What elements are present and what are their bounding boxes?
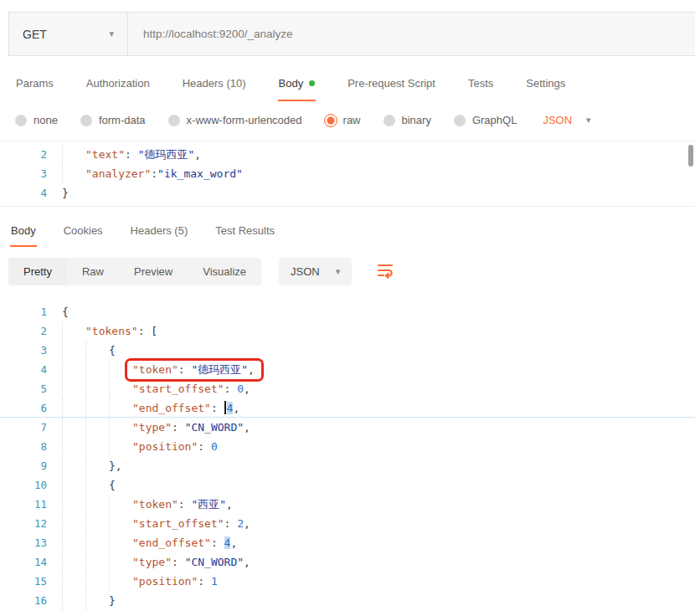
code-token: "德玛西亚" bbox=[191, 362, 248, 377]
code-token: : bbox=[224, 382, 238, 395]
code-token: "德玛西亚" bbox=[138, 147, 195, 162]
code-line: 3{ bbox=[0, 341, 695, 360]
response-tab-test-results[interactable]: Test Results bbox=[214, 218, 275, 247]
indent-guide bbox=[109, 379, 132, 398]
code-token: } bbox=[109, 594, 116, 607]
response-tab-cookies[interactable]: Cookies bbox=[63, 218, 104, 247]
indent-guide bbox=[109, 552, 132, 572]
code-token: "text" bbox=[85, 148, 125, 161]
language-dropdown[interactable]: JSON ▾ bbox=[543, 114, 590, 126]
code-token: "start_offset" bbox=[132, 382, 224, 395]
code-token: : bbox=[224, 517, 238, 530]
code-token: { bbox=[109, 344, 116, 357]
mode-x-www-form-urlencoded[interactable]: x-www-form-urlencoded bbox=[168, 114, 302, 126]
code-line: 11"token": "西亚", bbox=[0, 495, 695, 514]
code-token: : [ bbox=[138, 325, 157, 337]
mode-label: form-data bbox=[99, 114, 146, 126]
mode-label: x-www-form-urlencoded bbox=[187, 114, 302, 126]
line-number: 12 bbox=[0, 517, 62, 530]
code-token: , bbox=[244, 517, 250, 530]
format-label: JSON bbox=[291, 265, 320, 278]
code-token: , bbox=[244, 382, 250, 395]
code-token: "type" bbox=[132, 421, 172, 434]
line-number: 3 bbox=[0, 344, 62, 357]
request-url-bar: GET ▾ http://localhost:9200/_analyze bbox=[8, 12, 695, 56]
indent-guide bbox=[109, 572, 132, 591]
indent-guide bbox=[109, 418, 132, 437]
view-pretty-button[interactable]: Pretty bbox=[8, 258, 67, 285]
tab-label: Test Results bbox=[215, 224, 275, 237]
mode-graphql[interactable]: GraphQL bbox=[454, 114, 517, 126]
line-content: "type": "CN_WORD", bbox=[62, 418, 250, 437]
indent-guide bbox=[62, 321, 85, 341]
indent-guide bbox=[109, 495, 132, 514]
wrap-text-button[interactable] bbox=[373, 259, 398, 285]
line-content: "text": "德玛西亚", bbox=[62, 145, 201, 164]
indent-guide bbox=[62, 495, 85, 514]
response-tab-body[interactable]: Body bbox=[10, 218, 37, 247]
scrollbar-thumb[interactable] bbox=[688, 145, 693, 167]
tab-authorization[interactable]: Authorization bbox=[85, 70, 151, 101]
indent-guide bbox=[85, 360, 109, 379]
tab-params[interactable]: Params bbox=[15, 70, 54, 101]
code-line: 3"analyzer":"ik_max_word" bbox=[0, 164, 695, 183]
method-dropdown[interactable]: GET ▾ bbox=[9, 13, 128, 55]
code-token: : bbox=[172, 421, 185, 434]
indent-guide bbox=[85, 533, 109, 552]
mode-form-data[interactable]: form-data bbox=[80, 114, 146, 126]
indent-guide bbox=[85, 552, 109, 572]
indent-guide bbox=[62, 475, 85, 495]
url-text: http://localhost:9200/_analyze bbox=[143, 28, 293, 40]
indent-guide bbox=[109, 533, 132, 552]
indent-guide bbox=[85, 514, 109, 533]
mode-none[interactable]: none bbox=[15, 114, 58, 126]
code-token: { bbox=[109, 479, 116, 491]
url-input[interactable]: http://localhost:9200/_analyze bbox=[128, 13, 695, 55]
response-body-editor[interactable]: 1{2"tokens": [3{4"token": "德玛西亚",5"start… bbox=[0, 294, 695, 610]
method-label: GET bbox=[23, 28, 47, 41]
code-line: 2"text": "德玛西亚", bbox=[0, 145, 695, 164]
indent-guide bbox=[62, 514, 85, 533]
request-body-editor[interactable]: 2"text": "德玛西亚",3"analyzer":"ik_max_word… bbox=[0, 141, 695, 207]
response-tab-headers[interactable]: Headers (5) bbox=[130, 218, 189, 247]
line-content: "position": 1 bbox=[62, 572, 218, 591]
tab-headers[interactable]: Headers (10) bbox=[182, 70, 247, 101]
code-token: { bbox=[62, 305, 69, 318]
tab-label: Headers (5) bbox=[131, 224, 188, 237]
indent-guide bbox=[109, 514, 132, 533]
indent-guide bbox=[109, 437, 132, 456]
text-cursor bbox=[224, 401, 226, 414]
view-preview-button[interactable]: Preview bbox=[119, 258, 188, 285]
code-line: 8"position": 0 bbox=[0, 437, 695, 456]
line-content: { bbox=[62, 341, 116, 360]
code-token: "start_offset" bbox=[132, 517, 224, 530]
tab-body[interactable]: Body bbox=[278, 70, 317, 101]
mode-binary[interactable]: binary bbox=[384, 114, 431, 126]
code-line: 5"start_offset": 0, bbox=[0, 379, 695, 398]
tab-settings[interactable]: Settings bbox=[525, 70, 566, 101]
tab-pre-request-script[interactable]: Pre-request Script bbox=[347, 70, 436, 101]
code-token: : bbox=[178, 498, 192, 511]
request-tabs: Params Authorization Headers (10) Body P… bbox=[0, 70, 695, 101]
view-raw-button[interactable]: Raw bbox=[67, 258, 119, 285]
line-number: 7 bbox=[0, 421, 62, 434]
tab-label: Body bbox=[11, 224, 36, 237]
chevron-down-icon: ▾ bbox=[336, 266, 341, 277]
mode-label: raw bbox=[343, 114, 361, 126]
view-visualize-button[interactable]: Visualize bbox=[188, 258, 261, 285]
indent-guide bbox=[85, 341, 109, 360]
code-token: 0 bbox=[211, 440, 218, 453]
indent-guide bbox=[62, 341, 85, 360]
code-token: "analyzer" bbox=[85, 167, 151, 180]
mode-raw[interactable]: raw bbox=[325, 114, 361, 126]
line-number: 8 bbox=[0, 440, 62, 453]
tab-label: Params bbox=[16, 77, 54, 90]
format-dropdown[interactable]: JSON ▾ bbox=[279, 258, 352, 285]
indent-guide bbox=[85, 475, 109, 495]
line-content: "end_offset": 4, bbox=[62, 398, 239, 417]
tab-tests[interactable]: Tests bbox=[467, 70, 494, 101]
code-token: "token" bbox=[132, 363, 178, 376]
line-content: "position": 0 bbox=[62, 437, 218, 456]
code-line: 12"start_offset": 2, bbox=[0, 514, 695, 533]
radio-icon bbox=[454, 115, 466, 126]
